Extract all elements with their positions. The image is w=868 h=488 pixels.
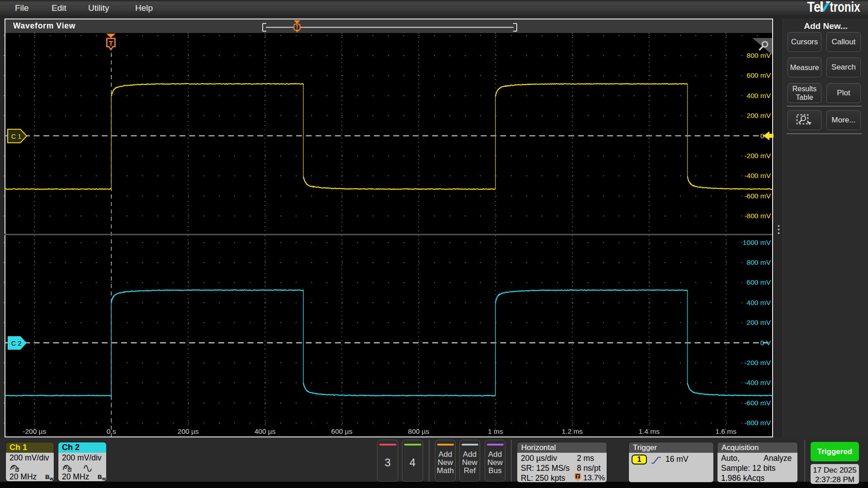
svg-text:T: T — [576, 474, 579, 479]
svg-text:400 µs: 400 µs — [255, 427, 276, 435]
svg-text:400 mV: 400 mV — [747, 299, 771, 306]
svg-text:1 ms: 1 ms — [488, 427, 503, 435]
svg-text:800 µs: 800 µs — [408, 427, 429, 435]
svg-text:600 µs: 600 µs — [331, 427, 353, 435]
svg-text:600 mV: 600 mV — [747, 71, 771, 79]
svg-text:1000 mV: 1000 mV — [743, 239, 771, 246]
svg-text:-200 µs: -200 µs — [23, 427, 46, 435]
svg-text:800 mV: 800 mV — [747, 258, 771, 266]
svg-text:400 mV: 400 mV — [747, 92, 771, 99]
svg-text:200 mV: 200 mV — [747, 319, 771, 326]
svg-text:-400 mV: -400 mV — [744, 172, 771, 179]
svg-text:C 2: C 2 — [11, 340, 22, 347]
svg-text:-400 mV: -400 mV — [744, 379, 771, 386]
svg-text:200 µs: 200 µs — [178, 427, 199, 435]
svg-text:200 mV: 200 mV — [747, 112, 771, 119]
svg-text:0 s: 0 s — [107, 427, 116, 435]
svg-text:-800 mV: -800 mV — [744, 419, 771, 427]
svg-text:C 1: C 1 — [11, 133, 22, 140]
svg-text:-600 mV: -600 mV — [744, 192, 771, 200]
svg-text:-200 mV: -200 mV — [744, 152, 771, 160]
svg-text:1.6 ms: 1.6 ms — [715, 427, 736, 435]
svg-text:T: T — [109, 39, 113, 47]
svg-text:-200 mV: -200 mV — [744, 359, 771, 366]
svg-text:-800 mV: -800 mV — [744, 212, 771, 220]
svg-text:0 V: 0 V — [760, 339, 771, 347]
svg-text:800 mV: 800 mV — [747, 52, 771, 59]
svg-text:600 mV: 600 mV — [747, 278, 771, 286]
svg-text:1.4 ms: 1.4 ms — [638, 427, 660, 435]
svg-text:1.2 ms: 1.2 ms — [562, 427, 583, 435]
svg-text:-600 mV: -600 mV — [744, 399, 771, 407]
